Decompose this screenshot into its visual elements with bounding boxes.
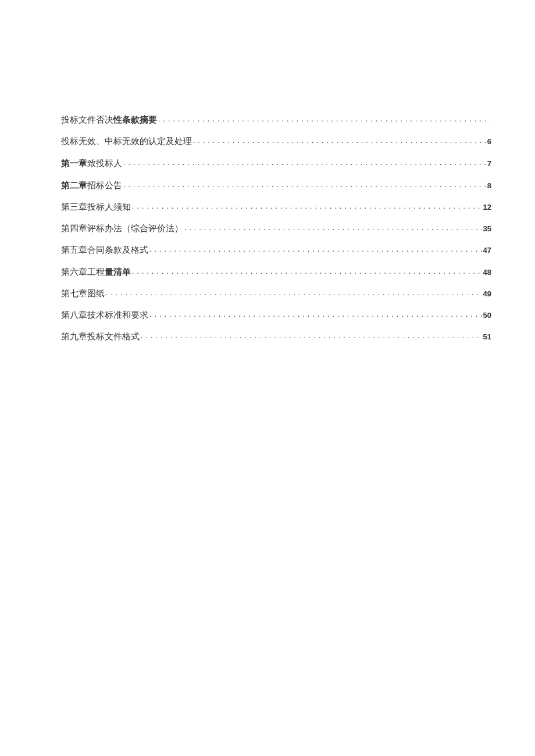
toc-entry: 第七章图纸 49 xyxy=(61,288,491,300)
toc-entry: 第五章合同条款及格式 47 xyxy=(61,244,491,256)
toc-leader-dots xyxy=(106,288,482,296)
toc-entry-title: 第四章评标办法（综合评价法） xyxy=(61,223,183,235)
toc-entry-title: 第九章投标文件格式 xyxy=(61,331,140,343)
toc-leader-dots xyxy=(141,331,482,339)
toc-leader-dots xyxy=(132,201,482,210)
toc-entry: 第三章投标人须知 12 xyxy=(61,201,491,213)
toc-leader-dots xyxy=(149,244,482,253)
toc-entry-page: 12 xyxy=(483,202,491,213)
toc-entry-page: 35 xyxy=(483,224,491,234)
toc-entry-title: 第一章致投标人 xyxy=(61,157,122,170)
toc-leader-dots xyxy=(123,180,486,188)
toc-entry: 投标无效、中标无效的认定及处理 6 xyxy=(61,135,491,148)
toc-entry: 第一章致投标人 7 xyxy=(61,157,491,170)
toc-leader-dots xyxy=(158,114,490,123)
toc-entry-title: 投标文件否决性条款摘要 xyxy=(61,113,157,126)
toc-entry-page: 8 xyxy=(487,181,491,191)
toc-entry: 第二章招标公告 8 xyxy=(61,179,491,192)
toc-entry-title: 第五章合同条款及格式 xyxy=(61,244,148,256)
toc-entry-title: 第七章图纸 xyxy=(61,288,105,300)
toc-entry: 第六章工程量清单 48 xyxy=(61,266,491,278)
toc-entry-title: 第三章投标人须知 xyxy=(61,201,131,213)
toc-entry-title: 第二章招标公告 xyxy=(61,179,122,192)
toc-entry-page: 51 xyxy=(483,332,491,342)
toc-leader-dots xyxy=(149,309,482,318)
toc-entry: 第四章评标办法（综合评价法） 35 xyxy=(61,223,491,235)
toc-entry-page: 49 xyxy=(483,289,491,299)
toc-leader-dots xyxy=(123,157,486,166)
toc-entry: 第九章投标文件格式 51 xyxy=(61,331,491,343)
toc-entry-page: 6 xyxy=(487,137,491,147)
toc-leader-dots xyxy=(193,135,486,144)
toc-entry-page: 50 xyxy=(483,310,491,321)
toc-entry: 投标文件否决性条款摘要 xyxy=(61,113,491,126)
toc-entry-page: 7 xyxy=(487,159,491,169)
toc-entry-page: 48 xyxy=(483,267,491,278)
table-of-contents: 投标文件否决性条款摘要 投标无效、中标无效的认定及处理 6 第一章致投标人 7 … xyxy=(61,113,491,343)
toc-leader-dots xyxy=(132,266,482,275)
toc-leader-dots xyxy=(184,223,482,231)
toc-entry-title: 第八章技术标准和要求 xyxy=(61,309,148,321)
toc-entry-page: 47 xyxy=(483,245,491,256)
toc-entry-title: 第六章工程量清单 xyxy=(61,266,131,278)
toc-entry: 第八章技术标准和要求 50 xyxy=(61,309,491,321)
toc-entry-title: 投标无效、中标无效的认定及处理 xyxy=(61,135,192,148)
